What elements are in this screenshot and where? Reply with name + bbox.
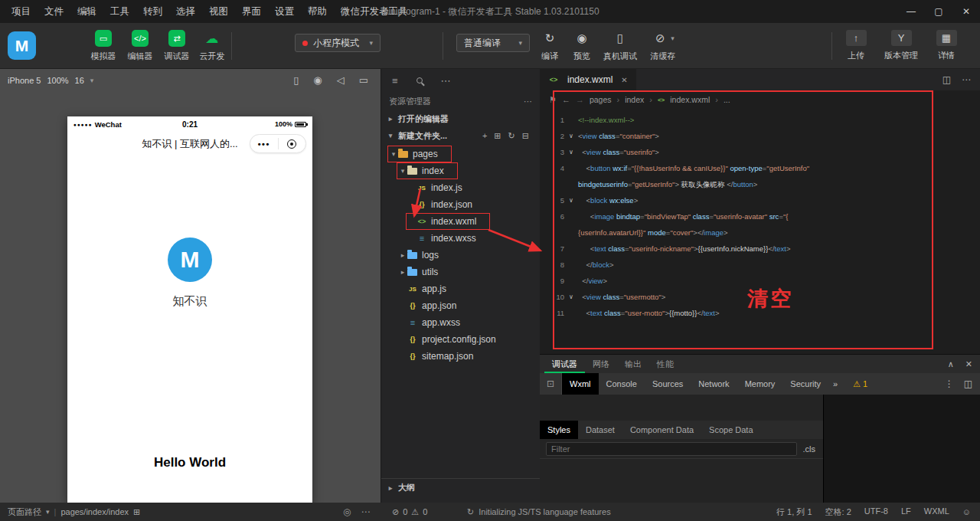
element-picker-icon[interactable]: ⊡ (540, 373, 562, 395)
menubar-item[interactable]: 项目 (5, 5, 38, 18)
tab-index-wxml[interactable]: <> index.wxml ✕ (540, 69, 636, 90)
chevron-right-icon[interactable]: ▸ (398, 251, 407, 259)
details-button[interactable]: ▦ 详情 (929, 30, 963, 61)
menubar-item[interactable]: 选择 (169, 5, 202, 18)
tree-item-sitemap.json[interactable]: {}sitemap.json (381, 348, 540, 365)
more-dots-icon[interactable]: ••• (250, 139, 278, 149)
search-icon[interactable] (416, 77, 423, 84)
devtools-tab-wxml[interactable]: Wxml (562, 373, 599, 395)
devtools-tab-security[interactable]: Security (782, 373, 828, 395)
dock-side-icon[interactable]: ◫ (964, 378, 972, 389)
list-icon[interactable]: ≡ (392, 75, 398, 87)
devtools-tab-console[interactable]: Console (599, 373, 645, 395)
debugger-tab-网络[interactable]: 网络 (585, 355, 617, 373)
devtools-tab-network[interactable]: Network (691, 373, 737, 395)
device-selector[interactable]: iPhone 5 100% 16 ▾ (8, 76, 93, 85)
breadcrumb-item[interactable]: index (625, 95, 644, 104)
minimize-button[interactable]: — (897, 0, 925, 23)
chevron-down-icon[interactable]: ▾ (398, 167, 407, 175)
problems-indicator[interactable]: ⊘ 0 ⚠ 0 (392, 503, 427, 521)
tree-item-app.js[interactable]: JSapp.js (381, 280, 540, 297)
more-icon[interactable]: ⋯ (441, 75, 451, 87)
back-icon[interactable]: ← (562, 95, 570, 104)
open-external-icon[interactable]: ⊞ (133, 507, 140, 517)
kebab-menu-icon[interactable]: ⋮ (945, 378, 954, 389)
clear-cache-button[interactable]: ⊘ ▾ 清缓存 (643, 30, 683, 62)
close-button[interactable]: ✕ (952, 0, 980, 23)
debugger-tab-性能[interactable]: 性能 (649, 355, 681, 373)
cloud-dev-button[interactable]: ☁ 云开发 (194, 30, 230, 62)
visibility-icon[interactable]: ◎ (343, 506, 351, 517)
preview-button[interactable]: ◉ 预览 (567, 30, 597, 62)
menubar-item[interactable]: 帮助 (301, 5, 334, 18)
fold-icon[interactable]: ∨ (564, 289, 578, 305)
devtools-tab-memory[interactable]: Memory (737, 373, 783, 395)
style-tab-dataset[interactable]: Dataset (578, 421, 622, 439)
tree-item-index.js[interactable]: JSindex.js (381, 179, 540, 196)
feedback-smiley-icon[interactable]: ☺ (962, 507, 971, 516)
editor-toggle-button[interactable]: </> 编辑器 (122, 30, 158, 62)
code-area[interactable]: 1<!--index.wxml-->2∨<view class="contain… (540, 112, 980, 354)
statusbar-item[interactable]: LF (901, 506, 911, 518)
statusbar-item[interactable]: 空格: 2 (825, 506, 851, 518)
chevron-down-icon[interactable]: ▾ (389, 150, 398, 158)
statusbar-item[interactable]: 行 1, 列 1 (776, 506, 812, 518)
cls-toggle[interactable]: .cls (803, 444, 824, 454)
upload-button[interactable]: ↑ 上传 (839, 30, 873, 61)
wechat-capsule[interactable]: ••• (250, 134, 306, 153)
refresh-icon[interactable]: ↻ (508, 131, 515, 141)
rotate-device-icon[interactable]: ▯ (293, 74, 299, 86)
debugger-toggle-button[interactable]: ⇄ 调试器 (159, 30, 194, 62)
split-editor-icon[interactable]: ◫ (942, 74, 951, 85)
compile-button[interactable]: ↻ 编译 (534, 30, 565, 62)
tree-item-index.wxml[interactable]: <>index.wxml (381, 213, 540, 230)
menubar-item[interactable]: 视图 (202, 5, 235, 18)
statusbar-item[interactable]: UTF-8 (864, 506, 888, 518)
app-avatar[interactable]: M (168, 238, 212, 282)
more-icon[interactable]: ⋯ (524, 97, 532, 106)
tree-item-app.json[interactable]: {}app.json (381, 297, 540, 314)
fold-icon[interactable]: ∨ (564, 128, 578, 144)
open-editors-header[interactable]: ▸ 打开的编辑器 (381, 110, 540, 127)
menubar-item[interactable]: 工具 (103, 5, 136, 18)
tree-item-project.config.json[interactable]: {}project.config.json (381, 331, 540, 348)
forward-icon[interactable]: → (576, 95, 584, 104)
menubar-item[interactable]: 编辑 (70, 5, 103, 18)
tree-item-utils[interactable]: ▸utils (381, 264, 540, 280)
tree-item-logs[interactable]: ▸logs (381, 247, 540, 264)
console-icon[interactable]: ▭ (359, 74, 368, 86)
simulator-toggle-button[interactable]: ▭ 模拟器 (86, 30, 121, 62)
breadcrumb-item[interactable]: pages (590, 95, 612, 104)
remote-debug-button[interactable]: ▯ 真机调试 (599, 30, 642, 62)
tree-item-index[interactable]: ▾index (381, 162, 540, 179)
fold-icon[interactable]: ∨ (564, 144, 578, 160)
breadcrumb-item[interactable]: index.wxml (670, 95, 710, 104)
tree-item-pages[interactable]: ▾pages (381, 146, 540, 162)
more-icon[interactable]: ⋯ (962, 74, 971, 85)
statusbar-item[interactable]: WXML (924, 506, 949, 518)
style-tab-scope-data[interactable]: Scope Data (701, 421, 760, 439)
close-tab-icon[interactable]: ✕ (621, 76, 627, 84)
tree-item-app.wxss[interactable]: ≡app.wxss (381, 314, 540, 331)
version-manage-button[interactable]: Y 版本管理 (877, 30, 925, 61)
devtools-tab-sources[interactable]: Sources (645, 373, 691, 395)
collapse-panel-icon[interactable]: ∧ (948, 359, 954, 369)
tab-overflow-icon[interactable]: » (828, 379, 842, 388)
record-icon[interactable]: ◉ (313, 74, 322, 86)
warning-badge[interactable]: ⚠ 1 (853, 379, 867, 389)
tree-item-index.json[interactable]: {}index.json (381, 196, 540, 213)
more-icon[interactable]: ⋯ (361, 506, 370, 517)
style-tab-component-data[interactable]: Component Data (622, 421, 701, 439)
menubar-item[interactable]: 转到 (136, 5, 169, 18)
filter-input[interactable] (546, 442, 797, 456)
page-path-selector[interactable]: 页面路径 ▾ | pages/index/index ⊞ (8, 503, 140, 521)
debugger-tab-调试器[interactable]: 调试器 (544, 355, 585, 373)
new-file-icon[interactable]: + (482, 131, 487, 141)
debugger-tab-输出[interactable]: 输出 (617, 355, 649, 373)
fold-icon[interactable]: ∨ (564, 192, 578, 208)
bookmark-icon[interactable]: ⚑ (549, 95, 557, 105)
new-folder-icon[interactable]: ⊞ (494, 131, 501, 141)
menubar-item[interactable]: 文件 (38, 5, 70, 18)
menubar-item[interactable]: 设置 (268, 5, 301, 18)
collapse-icon[interactable]: ⊟ (522, 131, 529, 141)
